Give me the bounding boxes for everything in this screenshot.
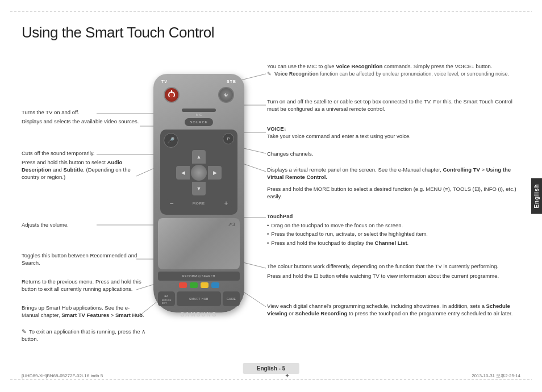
arrow-right-button[interactable]: ▶ xyxy=(208,166,222,180)
annotation-smarthub: Brings up Smart Hub applications. See th… xyxy=(22,305,147,319)
return-arrow-icon: ↩ xyxy=(164,293,169,299)
arrow-down-button[interactable]: ▼ xyxy=(192,182,206,195)
arrow-up-button[interactable]: ▲ xyxy=(192,150,206,164)
annotation-stb: Turn on and off the satellite or cable s… xyxy=(267,98,522,113)
arrow-cluster: ▲ ▼ ◀ ▶ xyxy=(176,150,222,195)
mic-label: MIC xyxy=(153,113,244,116)
annotation-tv-on-off: Turns the TV on and off. xyxy=(22,109,130,116)
source-button[interactable]: SOURCE xyxy=(185,118,213,126)
annotation-video-sources: Displays and selects the available video… xyxy=(22,118,147,126)
annotation-volume: Adjusts the volume. xyxy=(22,222,124,229)
blue-button[interactable] xyxy=(211,282,219,288)
touchpad-indicator: ↗3 xyxy=(228,222,235,227)
annotation-channels: Changes channels. xyxy=(267,150,522,157)
annotation-color-buttons: The colour buttons work differently, dep… xyxy=(267,262,522,280)
annotation-voice: VOICE↓ Take your voice command and enter… xyxy=(267,125,522,140)
annotation-touchpad-head: TouchPad xyxy=(267,212,522,220)
bottom-buttons-row: ↩ RETURNEXIT SMART HUB GUIDE xyxy=(153,290,244,308)
recomm-button[interactable]: RECOMM.⊡ SEARCH xyxy=(158,272,240,281)
annotation-recomm: Toggles this button between Recommended … xyxy=(22,252,147,267)
footer-right: 2013-10-31 오후2:25:14 xyxy=(472,373,520,379)
yellow-button[interactable] xyxy=(201,282,209,288)
stb-btn-label: ⏻ xyxy=(224,93,228,97)
remote-control: TV STB ⏻ MIC SOURCE 🎤 xyxy=(148,74,250,318)
annotation-return: Returns to the previous menu. Press and … xyxy=(22,278,147,293)
guide-button[interactable]: GUIDE xyxy=(223,291,240,306)
annotation-more: Press and hold the MORE button to select… xyxy=(267,185,522,201)
source-row: SOURCE xyxy=(153,118,244,126)
plus-button[interactable]: + xyxy=(220,199,232,207)
more-button[interactable]: MORE xyxy=(189,198,209,209)
color-buttons-row xyxy=(158,282,240,288)
page-title: Using the Smart Touch Control xyxy=(22,24,214,41)
return-label: RETURNEXIT xyxy=(162,299,172,305)
annotation-virtual-remote: Displays a virtual remote panel on the s… xyxy=(267,166,522,181)
power-icon xyxy=(168,91,175,98)
touchpad[interactable]: ↗3 xyxy=(158,218,240,269)
remote-body: TV STB ⏻ MIC SOURCE 🎤 xyxy=(153,74,244,312)
nav-area: 🎤 P ▲ ▼ ◀ ▶ − MORE + xyxy=(160,130,237,215)
footer-left: [UHD89-XH]BN68-05272F-02L16.indb 5 xyxy=(22,373,103,378)
annotation-audio-desc: Press and hold this button to select Aud… xyxy=(22,159,149,181)
tv-label: TV xyxy=(161,80,168,84)
minus-button[interactable]: − xyxy=(166,199,177,207)
nav-top-row: 🎤 P xyxy=(164,133,234,148)
mic-area: MIC xyxy=(153,106,244,116)
power-button[interactable] xyxy=(164,87,180,103)
annotation-touchpad-bullets: •Drag on the touchpad to move the focus … xyxy=(267,222,522,247)
samsung-logo: SAMSUNG xyxy=(153,311,244,318)
green-button[interactable] xyxy=(190,282,198,288)
microphone-icon: 🎤 xyxy=(167,137,175,144)
return-button[interactable]: ↩ RETURNEXIT xyxy=(158,291,175,306)
annotation-mic: You can use the MIC to give Voice Recogn… xyxy=(267,62,522,78)
annotation-guide: View each digital channel's programming … xyxy=(267,302,522,318)
smarthub-button[interactable]: SMART HUB xyxy=(177,291,221,306)
remote-top-labels: TV STB xyxy=(153,74,244,84)
stb-button[interactable]: ⏻ xyxy=(218,87,234,103)
annotation-exit-app: ✎ To exit an application that is running… xyxy=(22,328,147,343)
power-stb-row: ⏻ xyxy=(153,85,244,105)
arrow-left-button[interactable]: ◀ xyxy=(176,166,190,180)
voice-button[interactable]: 🎤 xyxy=(164,133,178,148)
red-button[interactable] xyxy=(179,282,187,288)
nav-center-button[interactable] xyxy=(191,165,207,181)
p-button[interactable]: P xyxy=(223,133,234,144)
recomm-search-row: RECOMM.⊡ SEARCH xyxy=(158,272,240,281)
annotation-mute: Cuts off the sound temporarily. xyxy=(22,150,135,157)
stb-label: STB xyxy=(227,80,236,84)
mic-bar xyxy=(182,109,216,112)
page-number: English - 5 xyxy=(243,363,299,374)
english-tab: English xyxy=(531,178,542,214)
vol-ch-row: − MORE + xyxy=(164,198,234,209)
